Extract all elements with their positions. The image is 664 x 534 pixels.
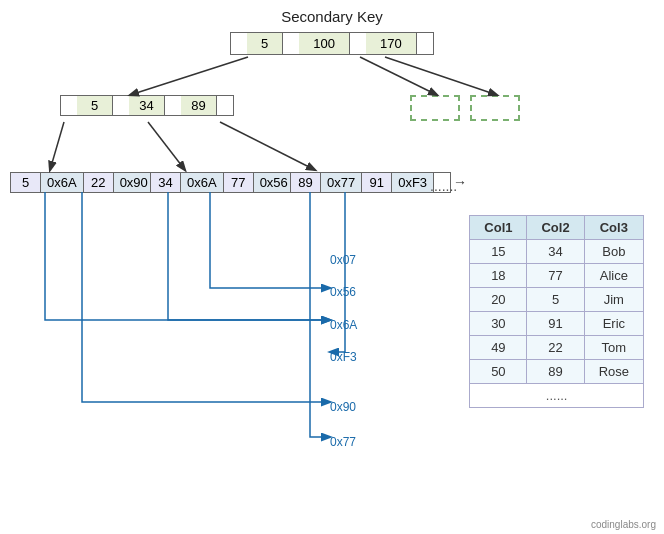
l1-ptr-0 (61, 96, 77, 115)
table-row: 1877Alice (470, 264, 644, 288)
l1-key-0: 5 (77, 96, 113, 115)
ptr-label-0x56: 0x56 (330, 285, 356, 299)
leaf-cells-3: 89 0x77 91 0xF3 (290, 172, 451, 193)
table-cell-r3-c1: 91 (527, 312, 584, 336)
svg-line-2 (130, 57, 248, 95)
l1-node-1-cells: 5 34 89 (60, 95, 234, 116)
leaf-cells-1: 5 0x6A 22 0x90 (10, 172, 172, 193)
l1-key-1: 34 (129, 96, 165, 115)
root-key-2: 170 (366, 33, 417, 54)
svg-line-5 (50, 122, 64, 170)
table-cell-r4-c2: Tom (584, 336, 643, 360)
table-row: 5089Rose (470, 360, 644, 384)
ptr-label-0x6A: 0x6A (330, 318, 357, 332)
table-row: 3091Eric (470, 312, 644, 336)
leaf1-key-1: 22 (84, 173, 114, 192)
root-node: 5 100 170 (230, 32, 434, 57)
l1-node-1: 5 34 89 (60, 95, 234, 118)
svg-line-7 (220, 122, 315, 170)
l1-ptr-1 (113, 96, 129, 115)
ptr-label-0xF3: 0xF3 (330, 350, 357, 364)
root-node-cells: 5 100 170 (230, 32, 434, 55)
leaf1-key-0: 5 (11, 173, 41, 192)
root-key-0: 5 (247, 33, 283, 54)
leaf3-val-0: 0x77 (321, 173, 362, 192)
ptr-label-0x90: 0x90 (330, 400, 356, 414)
leaf3-val-1: 0xF3 (392, 173, 434, 192)
l1-dashed-node-2 (470, 95, 520, 121)
table-cell-r3-c2: Eric (584, 312, 643, 336)
table-cell-r4-c0: 49 (470, 336, 527, 360)
table-cell-r2-c2: Jim (584, 288, 643, 312)
table-cell-r5-c1: 89 (527, 360, 584, 384)
ptr-label-0x07: 0x07 (330, 253, 356, 267)
leaf2-val-0: 0x6A (181, 173, 224, 192)
l1-key-2: 89 (181, 96, 217, 115)
table-cell-r1-c2: Alice (584, 264, 643, 288)
table-cell-r4-c1: 22 (527, 336, 584, 360)
table-cell-r0-c2: Bob (584, 240, 643, 264)
root-ptr-0 (231, 33, 247, 54)
l1-ptr-2 (165, 96, 181, 115)
leaf1-val-0: 0x6A (41, 173, 84, 192)
leaf1-val-1: 0x90 (114, 173, 155, 192)
table-row: 4922Tom (470, 336, 644, 360)
root-ptr-1 (283, 33, 299, 54)
table-cell-r1-c1: 77 (527, 264, 584, 288)
table-cell-r3-c0: 30 (470, 312, 527, 336)
table-cell-r0-c1: 34 (527, 240, 584, 264)
leaf3-key-1: 91 (362, 173, 392, 192)
col-header-col2: Col2 (527, 216, 584, 240)
svg-line-3 (360, 57, 437, 95)
svg-line-6 (148, 122, 185, 170)
leaf2-key-0: 34 (151, 173, 181, 192)
col-header-col1: Col1 (470, 216, 527, 240)
ptr-label-0x77: 0x77 (330, 435, 356, 449)
l1-dashed-node-1 (410, 95, 460, 121)
root-ptr-2 (350, 33, 366, 54)
dashed-box-1 (410, 95, 460, 121)
col-header-col3: Col3 (584, 216, 643, 240)
table-cell-r5-c0: 50 (470, 360, 527, 384)
root-ptr-3 (417, 33, 433, 54)
table-ellipsis-cell: ...... (470, 384, 644, 408)
table-row: 205Jim (470, 288, 644, 312)
table-ellipsis-row: ...... (470, 384, 644, 408)
leaf2-val-1: 0x56 (254, 173, 295, 192)
watermark: codinglabs.org (591, 519, 656, 530)
table-cell-r0-c0: 15 (470, 240, 527, 264)
leaf-cells-2: 34 0x6A 77 0x56 (150, 172, 312, 193)
dashed-box-2 (470, 95, 520, 121)
dots-right: ....... (430, 178, 457, 194)
leaf2-key-1: 77 (224, 173, 254, 192)
table-cell-r2-c0: 20 (470, 288, 527, 312)
table-cell-r1-c0: 18 (470, 264, 527, 288)
l1-ptr-3 (217, 96, 233, 115)
leaf3-key-0: 89 (291, 173, 321, 192)
table-cell-r5-c2: Rose (584, 360, 643, 384)
svg-line-4 (385, 57, 497, 95)
root-key-1: 100 (299, 33, 350, 54)
data-table: Col1 Col2 Col3 1534Bob1877Alice205Jim309… (469, 215, 644, 408)
page-title: Secondary Key (0, 0, 664, 25)
table-row: 1534Bob (470, 240, 644, 264)
table-cell-r2-c1: 5 (527, 288, 584, 312)
